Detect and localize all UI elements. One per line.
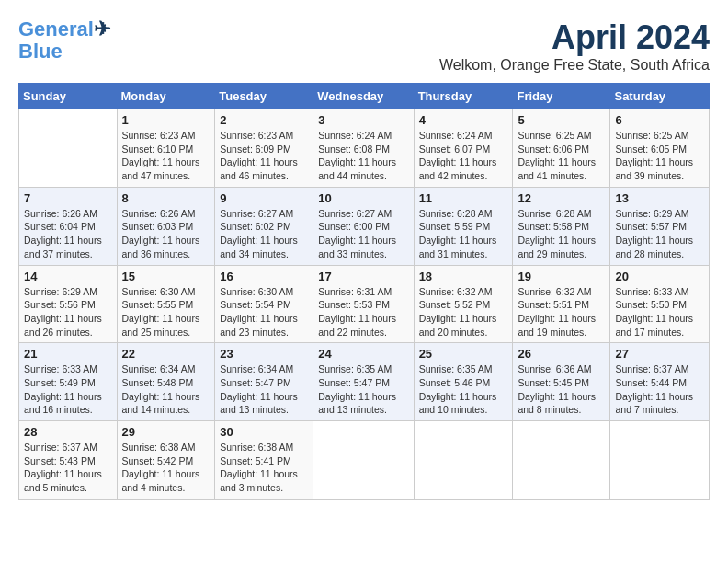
day-info: Sunrise: 6:30 AM Sunset: 5:54 PM Dayligh… [220,285,308,339]
day-number: 30 [220,425,308,439]
calendar-week-5: 28Sunrise: 6:37 AM Sunset: 5:43 PM Dayli… [19,421,710,500]
day-info: Sunrise: 6:24 AM Sunset: 6:07 PM Dayligh… [419,129,508,183]
location-subtitle: Welkom, Orange Free State, South Africa [439,57,710,74]
day-number: 1 [122,113,210,127]
day-info: Sunrise: 6:32 AM Sunset: 5:51 PM Dayligh… [518,285,605,339]
calendar-cell: 20Sunrise: 6:33 AM Sunset: 5:50 PM Dayli… [610,265,710,343]
calendar-cell: 11Sunrise: 6:28 AM Sunset: 5:59 PM Dayli… [414,187,513,265]
col-header-sunday: Sunday [19,84,118,109]
day-number: 7 [24,191,112,205]
calendar-cell [19,109,118,188]
day-number: 22 [122,347,210,361]
calendar-cell: 9Sunrise: 6:27 AM Sunset: 6:02 PM Daylig… [215,187,313,265]
calendar-week-4: 21Sunrise: 6:33 AM Sunset: 5:49 PM Dayli… [19,343,710,421]
calendar-header-row: SundayMondayTuesdayWednesdayThursdayFrid… [19,84,710,109]
day-info: Sunrise: 6:26 AM Sunset: 6:04 PM Dayligh… [24,207,112,261]
day-number: 16 [220,270,308,283]
page-header: General✈Blue April 2024 Welkom, Orange F… [18,18,710,74]
title-block: April 2024 Welkom, Orange Free State, So… [439,18,710,74]
col-header-thursday: Thursday [414,84,513,109]
calendar-cell: 7Sunrise: 6:26 AM Sunset: 6:04 PM Daylig… [19,187,118,265]
day-info: Sunrise: 6:34 AM Sunset: 5:48 PM Dayligh… [122,362,210,417]
calendar-cell [513,421,610,500]
calendar-cell: 15Sunrise: 6:30 AM Sunset: 5:55 PM Dayli… [117,265,215,343]
day-info: Sunrise: 6:27 AM Sunset: 6:00 PM Dayligh… [318,207,408,261]
calendar-cell: 25Sunrise: 6:35 AM Sunset: 5:46 PM Dayli… [414,343,513,421]
day-number: 9 [220,191,308,205]
day-number: 13 [615,191,704,205]
day-info: Sunrise: 6:28 AM Sunset: 5:58 PM Dayligh… [518,207,605,261]
day-number: 12 [518,191,605,205]
day-number: 28 [24,425,112,439]
day-info: Sunrise: 6:28 AM Sunset: 5:59 PM Dayligh… [419,207,508,261]
day-info: Sunrise: 6:36 AM Sunset: 5:45 PM Dayligh… [518,362,605,417]
day-number: 25 [419,347,508,361]
calendar-cell: 4Sunrise: 6:24 AM Sunset: 6:07 PM Daylig… [414,109,513,188]
calendar-cell: 5Sunrise: 6:25 AM Sunset: 6:06 PM Daylig… [513,109,610,188]
day-number: 14 [24,270,112,283]
calendar-table: SundayMondayTuesdayWednesdayThursdayFrid… [18,83,710,500]
calendar-cell: 26Sunrise: 6:36 AM Sunset: 5:45 PM Dayli… [513,343,610,421]
day-info: Sunrise: 6:38 AM Sunset: 5:42 PM Dayligh… [122,441,210,495]
day-number: 21 [24,347,112,361]
day-info: Sunrise: 6:25 AM Sunset: 6:06 PM Dayligh… [518,129,605,183]
col-header-saturday: Saturday [610,84,710,109]
calendar-cell: 21Sunrise: 6:33 AM Sunset: 5:49 PM Dayli… [19,343,118,421]
calendar-cell: 1Sunrise: 6:23 AM Sunset: 6:10 PM Daylig… [117,109,215,188]
calendar-cell: 13Sunrise: 6:29 AM Sunset: 5:57 PM Dayli… [610,187,710,265]
day-info: Sunrise: 6:38 AM Sunset: 5:41 PM Dayligh… [220,441,308,495]
logo-text: General✈Blue [18,18,110,63]
col-header-monday: Monday [117,84,215,109]
day-number: 6 [615,113,704,127]
calendar-cell: 10Sunrise: 6:27 AM Sunset: 6:00 PM Dayli… [313,187,414,265]
day-number: 10 [318,191,408,205]
calendar-cell [610,421,710,500]
calendar-cell: 6Sunrise: 6:25 AM Sunset: 6:05 PM Daylig… [610,109,710,188]
col-header-friday: Friday [513,84,610,109]
day-number: 17 [318,270,408,283]
logo: General✈Blue [18,18,110,63]
day-number: 18 [419,270,508,283]
day-number: 4 [419,113,508,127]
calendar-cell: 29Sunrise: 6:38 AM Sunset: 5:42 PM Dayli… [117,421,215,500]
day-number: 19 [518,270,605,283]
calendar-cell: 12Sunrise: 6:28 AM Sunset: 5:58 PM Dayli… [513,187,610,265]
day-info: Sunrise: 6:30 AM Sunset: 5:55 PM Dayligh… [122,285,210,339]
calendar-cell [414,421,513,500]
day-info: Sunrise: 6:37 AM Sunset: 5:43 PM Dayligh… [24,441,112,495]
day-info: Sunrise: 6:31 AM Sunset: 5:53 PM Dayligh… [318,285,408,339]
day-number: 2 [220,113,308,127]
day-number: 11 [419,191,508,205]
calendar-week-3: 14Sunrise: 6:29 AM Sunset: 5:56 PM Dayli… [19,265,710,343]
day-number: 24 [318,347,408,361]
calendar-cell: 27Sunrise: 6:37 AM Sunset: 5:44 PM Dayli… [610,343,710,421]
calendar-week-2: 7Sunrise: 6:26 AM Sunset: 6:04 PM Daylig… [19,187,710,265]
day-number: 3 [318,113,408,127]
day-number: 20 [615,270,704,283]
calendar-cell: 2Sunrise: 6:23 AM Sunset: 6:09 PM Daylig… [215,109,313,188]
calendar-cell: 24Sunrise: 6:35 AM Sunset: 5:47 PM Dayli… [313,343,414,421]
calendar-cell: 19Sunrise: 6:32 AM Sunset: 5:51 PM Dayli… [513,265,610,343]
day-info: Sunrise: 6:32 AM Sunset: 5:52 PM Dayligh… [419,285,508,339]
day-number: 26 [518,347,605,361]
day-info: Sunrise: 6:35 AM Sunset: 5:47 PM Dayligh… [318,362,408,417]
calendar-cell: 30Sunrise: 6:38 AM Sunset: 5:41 PM Dayli… [215,421,313,500]
day-info: Sunrise: 6:23 AM Sunset: 6:09 PM Dayligh… [220,129,308,183]
day-info: Sunrise: 6:34 AM Sunset: 5:47 PM Dayligh… [220,362,308,417]
calendar-cell [313,421,414,500]
day-number: 15 [122,270,210,283]
day-number: 27 [615,347,704,361]
day-info: Sunrise: 6:33 AM Sunset: 5:50 PM Dayligh… [615,285,704,339]
calendar-cell: 16Sunrise: 6:30 AM Sunset: 5:54 PM Dayli… [215,265,313,343]
day-info: Sunrise: 6:23 AM Sunset: 6:10 PM Dayligh… [122,129,210,183]
calendar-cell: 28Sunrise: 6:37 AM Sunset: 5:43 PM Dayli… [19,421,118,500]
day-number: 5 [518,113,605,127]
calendar-cell: 14Sunrise: 6:29 AM Sunset: 5:56 PM Dayli… [19,265,118,343]
month-title: April 2024 [439,18,710,57]
day-info: Sunrise: 6:37 AM Sunset: 5:44 PM Dayligh… [615,362,704,417]
day-info: Sunrise: 6:25 AM Sunset: 6:05 PM Dayligh… [615,129,704,183]
col-header-tuesday: Tuesday [215,84,313,109]
col-header-wednesday: Wednesday [313,84,414,109]
day-info: Sunrise: 6:26 AM Sunset: 6:03 PM Dayligh… [122,207,210,261]
day-number: 8 [122,191,210,205]
